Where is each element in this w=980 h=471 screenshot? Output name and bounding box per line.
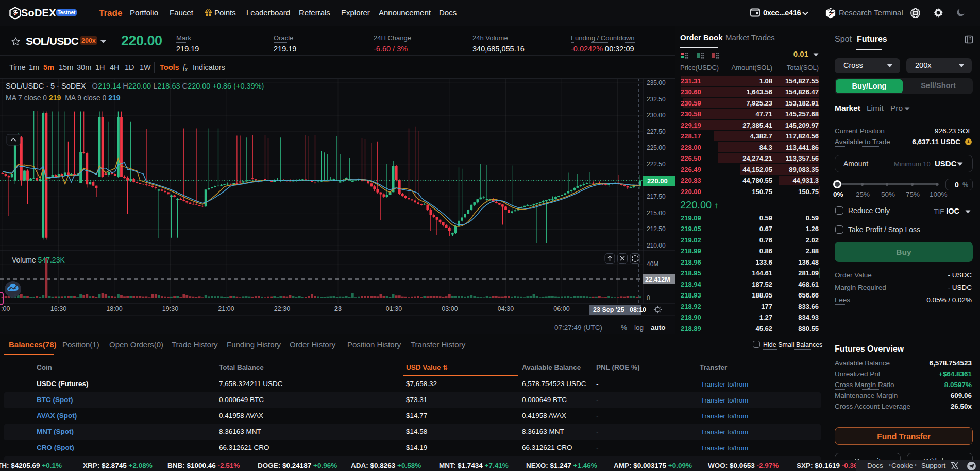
svg-text:auto: auto bbox=[651, 324, 666, 332]
svg-text:212.50: 212.50 bbox=[647, 225, 666, 233]
svg-text:01:30: 01:30 bbox=[386, 305, 402, 312]
svg-text:232.50: 232.50 bbox=[647, 96, 666, 103]
svg-text:220.00: 220.00 bbox=[647, 177, 668, 185]
svg-text:23 Sep ′25 08:10: 23 Sep ′25 08:10 bbox=[593, 306, 646, 313]
svg-text:07:27:49 (UTC): 07:27:49 (UTC) bbox=[554, 324, 602, 332]
svg-text:%: % bbox=[621, 324, 627, 332]
svg-text:0: 0 bbox=[647, 294, 650, 302]
svg-text:21:00: 21:00 bbox=[218, 305, 234, 312]
svg-text:Volume 547.23K: Volume 547.23K bbox=[12, 256, 65, 264]
svg-text:06:00: 06:00 bbox=[553, 305, 569, 312]
svg-text::00: :00 bbox=[1, 305, 10, 312]
svg-text:217.50: 217.50 bbox=[647, 193, 666, 200]
svg-text:SOL/USDC · 5 · SoDEX O219.14: SOL/USDC · 5 · SoDEX O219.14 H220.00 L21… bbox=[6, 82, 264, 90]
svg-text:23: 23 bbox=[334, 305, 342, 312]
svg-text:235.00: 235.00 bbox=[647, 79, 666, 86]
svg-text:03:00: 03:00 bbox=[442, 305, 458, 312]
svg-text:230.00: 230.00 bbox=[647, 112, 666, 119]
svg-text:40M: 40M bbox=[647, 260, 658, 268]
svg-text:04:30: 04:30 bbox=[498, 305, 514, 312]
svg-text:222.50: 222.50 bbox=[647, 161, 666, 168]
svg-text:18:00: 18:00 bbox=[106, 305, 122, 312]
svg-text:225.00: 225.00 bbox=[647, 144, 666, 151]
svg-text:227.50: 227.50 bbox=[647, 128, 666, 135]
svg-text:215.00: 215.00 bbox=[647, 210, 666, 217]
svg-text:log: log bbox=[634, 324, 644, 332]
svg-text:22:30: 22:30 bbox=[274, 305, 290, 312]
svg-text:210.00: 210.00 bbox=[647, 242, 666, 249]
svg-text:19:30: 19:30 bbox=[162, 305, 178, 312]
svg-text:16:30: 16:30 bbox=[50, 305, 66, 312]
svg-text:MA 7 close 0 219 MA 9 close 0: MA 7 close 0 219 MA 9 close 0 219 bbox=[6, 94, 121, 102]
svg-text:22.412M: 22.412M bbox=[645, 276, 670, 283]
